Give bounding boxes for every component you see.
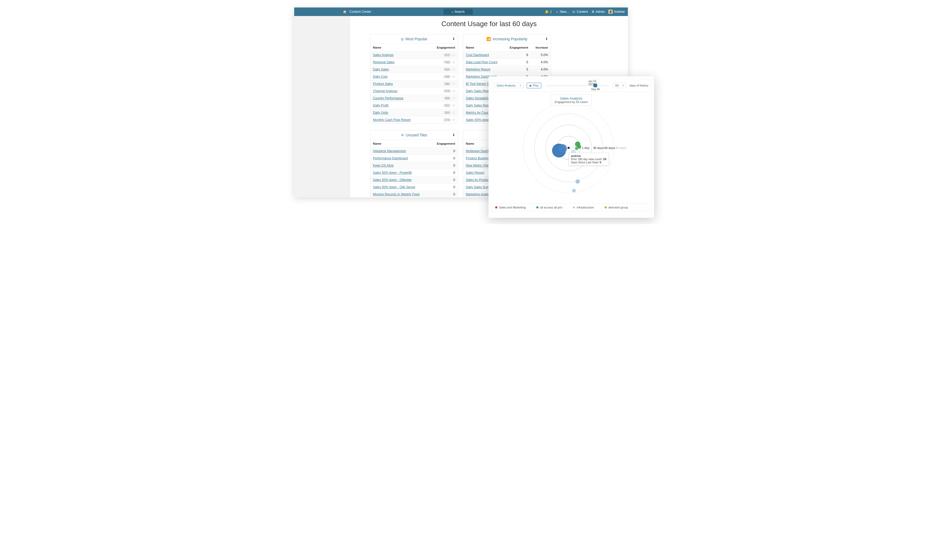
node-tooltip: andrew Prior 180 day view count: 56 Days… — [569, 153, 609, 166]
table-cell-name: Sales 50% down - PowerBI — [370, 169, 434, 177]
chart-title-box: Sales Analysis Engagement by 63 Users — [551, 94, 592, 105]
table-cell-engagement: 379 — [426, 88, 458, 95]
table-cell: 4.0% — [531, 66, 551, 73]
table-row: Regional Sales763 — [370, 59, 458, 66]
table-cell: 6 — [504, 52, 531, 59]
content-select[interactable]: Sales Analysis ▾ — [494, 83, 523, 88]
col-increase: Increase — [531, 44, 551, 52]
user-menu[interactable]: 👤 Andrew — [608, 9, 625, 14]
ring-label-30: 30 days — [593, 146, 604, 149]
play-button[interactable]: ▶ Play — [527, 83, 541, 88]
chart-toolbar: Sales Analysis ▾ ▶ Play Jan 02, 2023 Day… — [492, 79, 651, 92]
content-link[interactable]: Product Bookings — [466, 157, 491, 160]
content-link[interactable]: Daily Cost — [373, 75, 388, 78]
table-cell: 0 — [434, 184, 458, 191]
content-link[interactable]: Sales 50% down - PowerBI — [373, 171, 412, 175]
folder-icon: 🗀 — [573, 10, 576, 14]
table-cell-engagement: 369 — [426, 95, 458, 102]
table-row: Sales 50% down - Qlik Sense0 — [370, 184, 458, 191]
table-cell: 0 — [434, 177, 458, 184]
content-link[interactable]: Product Sales — [373, 82, 393, 86]
bar-chart-icon: 📶 — [486, 37, 491, 41]
table-row: Country Performance369 — [370, 95, 458, 102]
chevron-down-icon: ▾ — [520, 84, 521, 87]
content-link[interactable]: Cost Dashboard — [466, 53, 489, 57]
content-link[interactable]: Sales 50% down - Qlikview — [373, 178, 412, 182]
svg-point-18 — [576, 179, 580, 184]
search-icon: ⌕ — [451, 10, 453, 14]
content-link[interactable]: Daily Profit — [373, 103, 388, 107]
brand-label[interactable]: Content Center — [349, 10, 371, 14]
content-link[interactable]: Channel Analysis — [373, 89, 397, 93]
content-link[interactable]: Missing Records in Weekly Feed — [373, 192, 420, 196]
content-link[interactable]: Sales Report — [466, 171, 484, 175]
table-cell-name: Performance Dashboard — [370, 155, 434, 162]
gear-icon: ⚙ — [591, 10, 594, 14]
table-row: Monthly Cash Flow Report274 — [370, 116, 458, 123]
table-cell: 5.0% — [531, 52, 551, 59]
svg-point-15 — [575, 147, 578, 150]
content-link[interactable]: Marketing Report — [466, 68, 490, 71]
table-cell-name: Daily Sales — [370, 66, 426, 73]
table-row: Helpdesk Management0 — [370, 148, 458, 155]
ring-label-1: 1 day — [582, 146, 590, 149]
download-icon[interactable]: ⬇ — [452, 37, 455, 41]
top-nav: 🏠 Content Center ⌕ Search 🔔 1 ＋ New... — [294, 8, 628, 16]
new-button[interactable]: ＋ New... — [556, 9, 569, 14]
col-name: Name — [370, 44, 426, 52]
legend-item[interactable]: demobot group — [605, 206, 628, 209]
content-link[interactable]: Helpdesk Management — [373, 149, 406, 153]
table-row: Sales Analysis815 — [370, 52, 458, 59]
download-icon[interactable]: ⬇ — [452, 133, 455, 137]
table-row: Channel Analysis379 — [370, 88, 458, 95]
content-link[interactable]: Data Load Row Count — [466, 60, 497, 64]
content-nav[interactable]: 🗀 Content — [573, 10, 588, 14]
col-name: Name — [463, 44, 504, 52]
content-link[interactable]: Sales Analysis — [373, 53, 394, 57]
table-cell-name: Marketing Report — [463, 66, 504, 73]
svg-point-10 — [568, 147, 569, 149]
target-icon: ◎ — [401, 37, 404, 41]
content-link[interactable]: Country Performance — [373, 96, 403, 100]
table-cell-name: Daily Profit — [370, 102, 426, 109]
table-row: Daily Sales563 — [370, 66, 458, 73]
page-title: Content Usage for last 60 days — [350, 20, 628, 28]
table-row: Sales 50% down - PowerBI0 — [370, 169, 458, 177]
svg-point-19 — [572, 189, 576, 192]
slider-handle[interactable] — [593, 83, 597, 87]
content-link[interactable]: Keep QS Alive — [373, 164, 394, 168]
legend-item[interactable]: Sales and Marketing — [495, 206, 526, 209]
content-link[interactable]: Regional Sales — [373, 60, 394, 64]
history-days-select[interactable]: 60 ▾ — [613, 83, 626, 88]
table-cell-name: Helpdesk Management — [370, 148, 434, 155]
content-link[interactable]: Daily Sales — [373, 68, 389, 71]
notif-count: 1 — [550, 10, 552, 14]
table-cell-name: Regional Sales — [370, 59, 426, 66]
search-box[interactable]: ⌕ Search — [443, 9, 473, 15]
engagement-chart-window: Sales Analysis ▾ ▶ Play Jan 02, 2023 Day… — [488, 76, 654, 218]
table-row: Marketing Report54.0% — [463, 66, 551, 73]
table-cell-name: Daily Cost — [370, 73, 426, 80]
home-icon[interactable]: 🏠 — [343, 10, 347, 14]
legend-item[interactable]: all access all priv — [536, 206, 562, 209]
table-row: Daily Profit321 — [370, 102, 458, 109]
search-label: Search — [454, 10, 465, 14]
content-link[interactable]: Daily Units — [373, 111, 388, 114]
table-cell-engagement: 274 — [426, 116, 458, 123]
slider-day-label: Day 49 — [591, 88, 600, 91]
admin-nav[interactable]: ⚙ Admin — [591, 10, 605, 14]
table-cell-name: Missing Records in Weekly Feed — [370, 191, 434, 198]
table-cell-engagement: 435 — [426, 73, 458, 80]
content-link[interactable]: Monthly Cash Flow Report — [373, 118, 411, 122]
content-link[interactable]: Sales 50% down - Qlik Sense — [373, 185, 415, 189]
download-icon[interactable]: ⬇ — [545, 37, 548, 41]
table-cell-engagement: 380 — [426, 80, 458, 88]
most-popular-table: Name Engagement Sales Analysis815Regiona… — [370, 44, 458, 123]
play-icon: ▶ — [529, 84, 532, 87]
notifications-button[interactable]: 🔔 1 — [545, 10, 552, 14]
panel-title: Unused Tiles — [406, 133, 427, 137]
timeline-slider[interactable]: Jan 02, 2023 Day 49 — [545, 81, 610, 90]
table-row: Daily Cost435 — [370, 73, 458, 80]
legend-item[interactable]: infrastructure — [573, 206, 594, 209]
content-link[interactable]: Performance Dashboard — [373, 157, 408, 160]
